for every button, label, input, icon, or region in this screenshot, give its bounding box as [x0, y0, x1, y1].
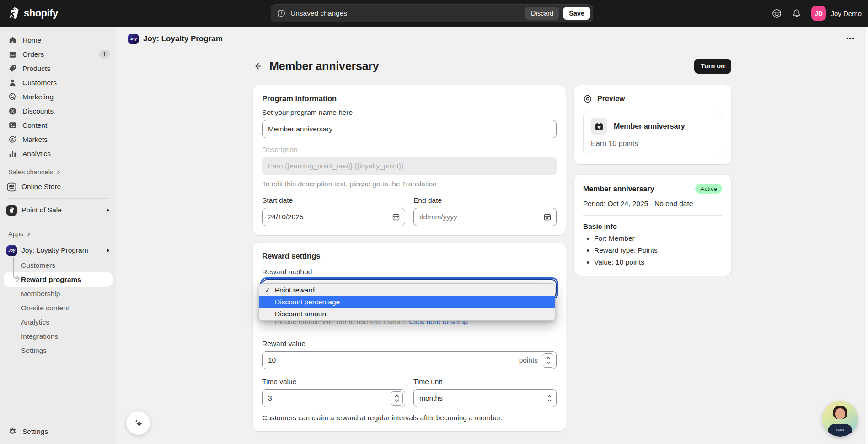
discard-button[interactable]: Discard	[525, 7, 559, 20]
channel-label: Online Store	[21, 183, 61, 191]
chevron-up-icon	[395, 395, 399, 398]
app-header: Joy Joy: Loyalty Program	[116, 27, 868, 51]
sidebar-item-label: Content	[22, 121, 47, 130]
app-header-title: Joy: Loyalty Program	[143, 34, 223, 43]
sidebar-item-label: Discounts	[22, 107, 54, 115]
user-name: Joy Demo	[830, 10, 862, 17]
sidebar-item-joy-app[interactable]: Joy Joy: Loyalty Program	[0, 243, 116, 258]
content-media-icon	[8, 121, 17, 130]
tree-connector-arrow-icon	[11, 257, 21, 285]
sidebar-item-label: Customers	[22, 79, 57, 87]
status-dot-icon	[107, 249, 109, 252]
page-header: Member anniversary Turn on	[253, 58, 731, 74]
shopify-wordmark: shopify	[24, 7, 58, 19]
svg-text:$: $	[11, 137, 14, 142]
sidebar-item-label: Markets	[22, 135, 48, 144]
program-information-card: Program information Set your program nam…	[253, 85, 566, 235]
unsaved-changes-label: Unsaved changes	[290, 9, 347, 17]
scrollbar-track[interactable]	[864, 27, 868, 444]
basic-info-item: Value: 10 points	[594, 258, 722, 266]
shopify-logo[interactable]: shopify	[8, 0, 58, 27]
sidebar-item-label: Marketing	[22, 93, 54, 101]
eye-icon	[583, 94, 592, 103]
end-date-label: End date	[413, 196, 557, 205]
app-subitem-onsite-content[interactable]: On-site content	[0, 301, 116, 315]
sales-channels-header[interactable]: Sales channels	[0, 165, 116, 179]
sidebar-item-label: Home	[22, 36, 41, 44]
number-stepper[interactable]	[542, 353, 554, 368]
discounts-seal-icon	[8, 107, 17, 115]
alert-circle-icon	[277, 9, 286, 18]
point-of-sale-icon	[6, 205, 17, 216]
sidebar-item-markets[interactable]: $ Markets	[0, 132, 116, 146]
app-subitem-settings[interactable]: Settings	[0, 343, 116, 357]
reward-value-input[interactable]	[262, 351, 557, 369]
status-dot-icon	[107, 209, 109, 211]
app-subitem-membership[interactable]: Membership	[0, 287, 116, 301]
time-value-input[interactable]	[262, 389, 405, 407]
program-name-input[interactable]	[262, 120, 557, 138]
dropdown-option-point-reward[interactable]: ✓ Point reward	[259, 284, 555, 296]
customers-person-icon	[8, 78, 17, 87]
chevron-up-icon	[546, 357, 551, 360]
card-title: Program information	[262, 94, 557, 103]
support-chat-avatar[interactable]: avada	[822, 401, 858, 437]
app-subitem-analytics[interactable]: Analytics	[0, 315, 116, 329]
number-stepper[interactable]	[391, 391, 403, 406]
app-subitem-integrations[interactable]: Integrations	[0, 329, 116, 343]
page-title: Member anniversary	[269, 60, 379, 73]
preview-card: Preview	[574, 85, 731, 164]
dropdown-option-discount-percentage[interactable]: Discount percentage	[259, 296, 555, 308]
sidebar-item-products[interactable]: Products	[0, 61, 116, 76]
end-date-input[interactable]	[413, 208, 557, 226]
shopify-admin-screen: shopify Unsaved changes Discard Save	[0, 0, 868, 444]
summary-period: Period: Oct 24, 2025 - No end date	[583, 200, 722, 208]
card-title: Reward settings	[262, 252, 557, 260]
sidekick-icon[interactable]	[772, 8, 782, 19]
sidekick-sparkle-button[interactable]	[126, 411, 150, 435]
sidebar-item-marketing[interactable]: Marketing	[0, 90, 116, 104]
sidebar-item-settings[interactable]: Settings	[0, 424, 116, 439]
account-menu[interactable]: JD Joy Demo	[811, 6, 862, 21]
sidebar-item-label: Orders	[22, 50, 44, 59]
sidebar-item-online-store[interactable]: Online Store	[0, 179, 116, 195]
chevron-down-icon	[546, 361, 551, 364]
shopify-bag-icon	[8, 6, 21, 20]
program-name-label: Set your program name here	[262, 108, 557, 117]
online-store-icon	[6, 182, 17, 192]
reward-method-dropdown: ✓ Point reward Discount percentage Disco…	[259, 283, 555, 321]
calendar-icon[interactable]	[392, 208, 400, 226]
apps-header[interactable]: Apps	[0, 227, 116, 241]
marketing-target-icon	[8, 92, 17, 101]
time-unit-select[interactable]: months	[413, 389, 557, 407]
shirt-logo-text: avada	[828, 428, 852, 431]
sidebar-item-discounts[interactable]: Discounts	[0, 104, 116, 118]
description-input	[262, 157, 557, 175]
chevron-right-icon	[27, 232, 31, 237]
sidebar-item-analytics[interactable]: Analytics	[0, 146, 116, 161]
sidebar-item-orders[interactable]: Orders 1	[0, 47, 116, 61]
calendar-icon[interactable]	[543, 208, 552, 226]
channel-label: Point of Sale	[21, 206, 62, 214]
more-options-icon[interactable]	[844, 36, 856, 42]
description-label: Description	[262, 146, 557, 154]
sidebar-item-customers[interactable]: Customers	[0, 76, 116, 90]
start-date-input[interactable]	[262, 208, 405, 226]
save-button[interactable]: Save	[563, 7, 590, 20]
avatar-person-face	[835, 408, 845, 419]
sidebar-item-content[interactable]: Content	[0, 118, 116, 132]
preview-item-subtitle: Earn 10 points	[591, 140, 714, 148]
top-bar-right: JD Joy Demo	[772, 0, 862, 27]
turn-on-button[interactable]: Turn on	[694, 59, 731, 74]
sidebar-item-home[interactable]: Home	[0, 33, 116, 47]
back-arrow-icon[interactable]	[253, 61, 263, 71]
sidebar-item-label: Analytics	[22, 150, 51, 158]
notifications-bell-icon[interactable]	[792, 8, 802, 18]
sidebar-item-point-of-sale[interactable]: Point of Sale	[0, 202, 116, 218]
sparkles-icon	[133, 417, 144, 428]
gear-icon	[8, 427, 17, 436]
anniversary-calendar-heart-icon	[591, 118, 607, 135]
dropdown-option-discount-amount[interactable]: Discount amount	[259, 308, 555, 320]
reward-value-suffix: points	[519, 356, 538, 364]
active-status-badge: Active	[695, 184, 722, 194]
